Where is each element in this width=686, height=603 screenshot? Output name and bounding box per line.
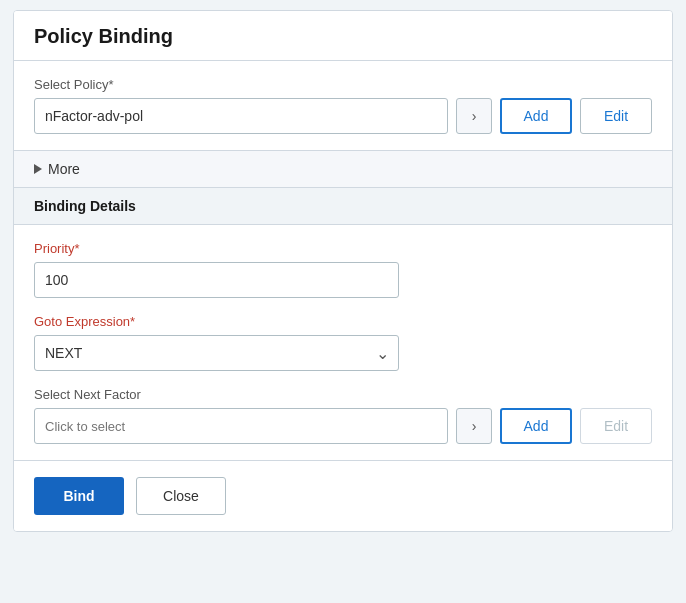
next-factor-label: Select Next Factor [34,387,652,402]
next-factor-arrow-button[interactable]: › [456,408,492,444]
policy-arrow-button[interactable]: › [456,98,492,134]
policy-binding-panel: Policy Binding Select Policy* › Add Edit… [13,10,673,532]
goto-expression-field: Goto Expression* NEXT END USE_INVOCATION… [34,314,652,371]
next-factor-input[interactable] [34,408,448,444]
more-label: More [48,161,80,177]
select-policy-section: Select Policy* › Add Edit [14,61,672,150]
add-policy-button[interactable]: Add [500,98,572,134]
triangle-right-icon [34,164,42,174]
priority-field: Priority* [34,241,652,298]
footer-row: Bind Close [14,460,672,531]
priority-label: Priority* [34,241,652,256]
goto-expression-select[interactable]: NEXT END USE_INVOCATION_RESULT [34,335,399,371]
priority-input[interactable] [34,262,399,298]
policy-input[interactable] [34,98,448,134]
goto-expression-label: Goto Expression* [34,314,652,329]
page-title: Policy Binding [14,11,672,61]
more-row[interactable]: More [14,150,672,188]
binding-details-header: Binding Details [14,188,672,225]
add-next-factor-button[interactable]: Add [500,408,572,444]
bind-button[interactable]: Bind [34,477,124,515]
edit-policy-button[interactable]: Edit [580,98,652,134]
select-policy-label: Select Policy* [34,77,652,92]
next-factor-row: › Add Edit [34,408,652,444]
close-button[interactable]: Close [136,477,226,515]
goto-select-wrapper: NEXT END USE_INVOCATION_RESULT ⌄ [34,335,399,371]
binding-section: Priority* Goto Expression* NEXT END USE_… [14,225,672,460]
edit-next-factor-button: Edit [580,408,652,444]
next-factor-field: Select Next Factor › Add Edit [34,387,652,444]
select-policy-row: › Add Edit [34,98,652,134]
